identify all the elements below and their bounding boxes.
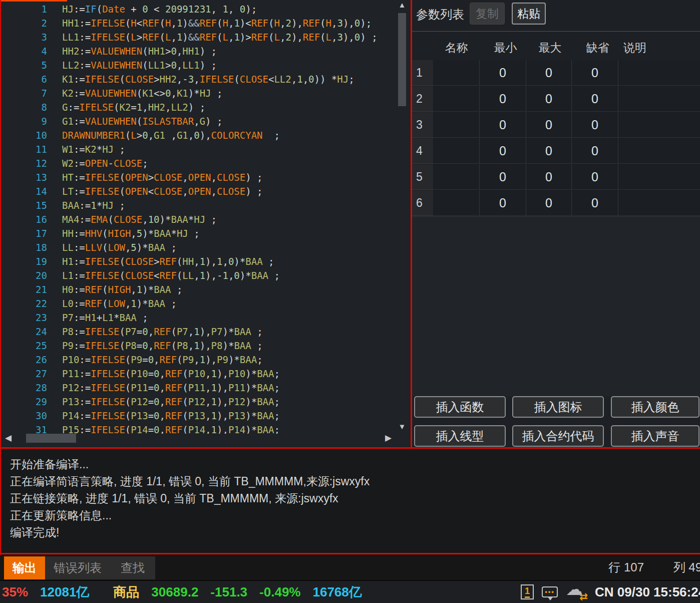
message-icon[interactable]: ••• bbox=[542, 586, 558, 597]
code-line[interactable]: 22L0:=REF(LOW,1)*BAA ; bbox=[1, 296, 395, 311]
market-ticker-item[interactable]: -151.3 bbox=[210, 584, 247, 600]
panel-border-horizontal[interactable] bbox=[0, 447, 700, 449]
cell-max[interactable]: 0 bbox=[526, 164, 572, 190]
cell-name[interactable] bbox=[433, 112, 480, 138]
cell-description[interactable] bbox=[618, 112, 700, 138]
code-line[interactable]: 21H0:=REF(HIGH,1)*BAA ; bbox=[1, 282, 395, 296]
cell-default[interactable]: 0 bbox=[572, 190, 618, 216]
scroll-down-icon[interactable]: ▼ bbox=[396, 423, 409, 431]
code-line[interactable]: 27P11:=IFELSE(P10=0,REF(P10,1),P10)*BAA; bbox=[1, 367, 395, 381]
cell-max[interactable]: 0 bbox=[526, 86, 572, 112]
insert-color-button[interactable]: 插入颜色 bbox=[611, 396, 699, 418]
insert-sound-button[interactable]: 插入声音 bbox=[611, 425, 699, 447]
code-line[interactable]: 4HH2:=VALUEWHEN(HH1>0,HH1) ; bbox=[1, 44, 395, 58]
code-line[interactable]: 18LL:=LLV(LOW,5)*BAA ; bbox=[1, 240, 395, 254]
param-row[interactable]: 2000 bbox=[412, 86, 700, 112]
cell-min[interactable]: 0 bbox=[480, 60, 526, 86]
param-row[interactable]: 1000 bbox=[412, 60, 700, 86]
code-line[interactable]: 17HH:=HHV(HIGH,5)*BAA*HJ ; bbox=[1, 226, 395, 240]
market-ticker-item[interactable]: 12081亿 bbox=[40, 583, 89, 601]
cell-name[interactable] bbox=[433, 138, 480, 164]
ime-badge-icon[interactable]: 1 bbox=[521, 584, 534, 599]
code-line[interactable]: 6K1:=IFELSE(CLOSE>HH2,-3,IFELSE(CLOSE<LL… bbox=[1, 72, 395, 86]
cell-description[interactable] bbox=[618, 60, 700, 86]
code-line[interactable]: 16MA4:=EMA(CLOSE,10)*BAA*HJ ; bbox=[1, 212, 395, 226]
cloud-sync-icon[interactable]: ☁ ⇄ bbox=[566, 583, 587, 600]
cell-max[interactable]: 0 bbox=[526, 138, 572, 164]
code-line[interactable]: 5LL2:=VALUEWHEN(LL1>0,LL1) ; bbox=[1, 58, 395, 72]
code-line[interactable]: 3LL1:=IFELSE(L>REF(L,1)&&REF(L,1)>REF(L,… bbox=[1, 30, 395, 44]
market-ticker-item[interactable]: 16768亿 bbox=[312, 583, 362, 601]
market-ticker-item[interactable]: 商品 bbox=[113, 583, 139, 601]
tab-find[interactable]: 查找 bbox=[110, 556, 155, 579]
cell-min[interactable]: 0 bbox=[480, 86, 526, 112]
line-number: 18 bbox=[1, 240, 47, 254]
market-ticker-item[interactable]: 30689.2 bbox=[151, 584, 198, 600]
code-line[interactable]: 9G1:=VALUEWHEN(ISLASTBAR,G) ; bbox=[1, 114, 395, 128]
cell-default[interactable]: 0 bbox=[572, 60, 618, 86]
locale-datetime[interactable]: CN 09/30 15:56:24 bbox=[595, 584, 700, 600]
cell-max[interactable]: 0 bbox=[526, 112, 572, 138]
param-row[interactable]: 4000 bbox=[412, 138, 700, 164]
cell-min[interactable]: 0 bbox=[480, 164, 526, 190]
cell-description[interactable] bbox=[618, 190, 700, 216]
market-ticker-item[interactable]: 35% bbox=[2, 584, 28, 600]
copy-button[interactable]: 复制 bbox=[470, 3, 505, 25]
code-line[interactable]: 13HT:=IFELSE(OPEN>CLOSE,OPEN,CLOSE) ; bbox=[1, 170, 395, 184]
param-row[interactable]: 3000 bbox=[412, 112, 700, 138]
code-line[interactable]: 2HH1:=IFELSE(H<REF(H,1)&&REF(H,1)<REF(H,… bbox=[1, 16, 395, 30]
insert-function-button[interactable]: 插入函数 bbox=[414, 396, 506, 418]
code-line[interactable]: 15BAA:=1*HJ ; bbox=[1, 198, 395, 212]
code-line[interactable]: 25P9:=IFELSE(P8=0,REF(P8,1),P8)*BAA ; bbox=[1, 339, 395, 353]
cell-default[interactable]: 0 bbox=[572, 86, 618, 112]
cell-description[interactable] bbox=[618, 164, 700, 190]
param-row[interactable]: 6000 bbox=[412, 190, 700, 216]
cell-description[interactable] bbox=[618, 138, 700, 164]
code-line[interactable]: 19H1:=IFELSE(CLOSE>REF(HH,1),1,0)*BAA ; bbox=[1, 254, 395, 268]
paste-button[interactable]: 粘贴 bbox=[512, 3, 546, 25]
scroll-up-icon[interactable]: ▲ bbox=[396, 1, 409, 9]
code-line[interactable]: 29P13:=IFELSE(P12=0,REF(P12,1),P12)*BAA; bbox=[1, 395, 395, 409]
code-line[interactable]: 23P7:=H1+L1*BAA ; bbox=[1, 311, 395, 325]
insert-icon-button[interactable]: 插入图标 bbox=[512, 396, 604, 418]
code-line[interactable]: 10DRAWNUMBER1(L>0,G1 ,G1,0),COLORCYAN ; bbox=[1, 128, 395, 142]
code-line[interactable]: 7K2:=VALUEWHEN(K1<>0,K1)*HJ ; bbox=[1, 86, 395, 100]
insert-linestyle-button[interactable]: 插入线型 bbox=[414, 425, 506, 447]
param-row[interactable]: 5000 bbox=[412, 164, 700, 190]
cell-min[interactable]: 0 bbox=[480, 138, 526, 164]
code-line[interactable]: 8G:=IFELSE(K2=1,HH2,LL2) ; bbox=[1, 100, 395, 114]
scroll-left-icon[interactable]: ◀ bbox=[5, 432, 12, 445]
editor-vertical-scrollbar[interactable]: ▲ ▼ bbox=[396, 1, 409, 431]
insert-contract-code-button[interactable]: 插入合约代码 bbox=[512, 425, 604, 447]
cell-name[interactable] bbox=[433, 190, 480, 216]
code-line[interactable]: 1HJ:=IF(Date + 0 < 20991231, 1, 0); bbox=[1, 2, 395, 16]
code-line[interactable]: 24P8:=IFELSE(P7=0,REF(P7,1),P7)*BAA ; bbox=[1, 325, 395, 339]
code-line[interactable]: 14LT:=IFELSE(OPEN<CLOSE,OPEN,CLOSE) ; bbox=[1, 184, 395, 198]
code-line[interactable]: 30P14:=IFELSE(P13=0,REF(P13,1),P13)*BAA; bbox=[1, 409, 395, 423]
cell-name[interactable] bbox=[433, 86, 480, 112]
editor-horizontal-scrollbar[interactable]: ◀ ▶ bbox=[1, 431, 396, 446]
cell-default[interactable]: 0 bbox=[572, 164, 618, 190]
vertical-scroll-thumb[interactable] bbox=[398, 13, 406, 106]
tab-error-list[interactable]: 错误列表 bbox=[45, 556, 110, 579]
cell-default[interactable]: 0 bbox=[572, 112, 618, 138]
code-area[interactable]: 1HJ:=IF(Date + 0 < 20991231, 1, 0);2HH1:… bbox=[1, 0, 395, 434]
cell-max[interactable]: 0 bbox=[526, 60, 572, 86]
horizontal-scroll-thumb[interactable] bbox=[26, 434, 76, 443]
code-line[interactable]: 20L1:=IFELSE(CLOSE<REF(LL,1),-1,0)*BAA ; bbox=[1, 268, 395, 282]
cell-default[interactable]: 0 bbox=[572, 138, 618, 164]
code-line[interactable]: 28P12:=IFELSE(P11=0,REF(P11,1),P11)*BAA; bbox=[1, 381, 395, 395]
tab-output[interactable]: 输出 bbox=[4, 556, 45, 579]
market-ticker-item[interactable]: -0.49% bbox=[259, 584, 300, 600]
code-line[interactable]: 11W1:=K2*HJ ; bbox=[1, 142, 395, 156]
scroll-right-icon[interactable]: ▶ bbox=[385, 432, 392, 445]
cell-min[interactable]: 0 bbox=[480, 190, 526, 216]
cell-max[interactable]: 0 bbox=[526, 190, 572, 216]
code-line[interactable]: 12W2:=OPEN-CLOSE; bbox=[1, 156, 395, 170]
cell-name[interactable] bbox=[433, 164, 480, 190]
cell-description[interactable] bbox=[618, 86, 700, 112]
cell-min[interactable]: 0 bbox=[480, 112, 526, 138]
code-line[interactable]: 26P10:=IFELSE(P9=0,REF(P9,1),P9)*BAA; bbox=[1, 353, 395, 367]
panel-divider[interactable] bbox=[411, 0, 412, 448]
cell-name[interactable] bbox=[433, 60, 480, 86]
